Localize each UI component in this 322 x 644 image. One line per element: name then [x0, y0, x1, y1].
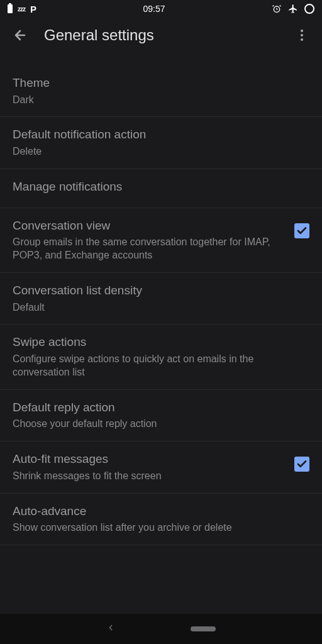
dot-icon [301, 34, 303, 36]
nav-back-button[interactable] [106, 623, 115, 635]
setting-auto-fit-messages[interactable]: Auto-fit messages Shrink messages to fit… [0, 441, 322, 493]
status-right [272, 4, 314, 14]
alarm-icon [272, 4, 282, 14]
setting-conversation-list-density[interactable]: Conversation list density Default [0, 273, 322, 325]
checkbox-checked-icon[interactable] [294, 223, 309, 238]
setting-swipe-actions[interactable]: Swipe actions Configure swipe actions to… [0, 325, 322, 389]
dot-icon [301, 30, 303, 32]
setting-title: Auto-advance [13, 504, 309, 519]
setting-auto-advance[interactable]: Auto-advance Show conversation list afte… [0, 494, 322, 545]
nav-home-pill[interactable] [191, 626, 216, 631]
navigation-bar [0, 614, 322, 644]
setting-title: Theme [13, 75, 309, 91]
back-button[interactable] [8, 23, 33, 48]
setting-default-notification-action[interactable]: Default notification action Delete [0, 117, 322, 169]
setting-conversation-view[interactable]: Conversation view Group emails in the sa… [0, 208, 322, 273]
setting-subtitle: Configure swipe actions to quickly act o… [13, 353, 309, 379]
setting-title: Auto-fit messages [13, 452, 284, 467]
dot-icon [301, 38, 303, 41]
setting-subtitle: Group emails in the same conversation to… [13, 236, 284, 262]
p-icon: P [30, 4, 36, 14]
settings-list: Theme Dark Default notification action D… [0, 53, 322, 545]
circle-icon [304, 4, 314, 14]
setting-subtitle: Delete [13, 145, 309, 158]
airplane-icon [288, 4, 298, 14]
setting-title: Default notification action [13, 127, 309, 143]
setting-manage-notifications[interactable]: Manage notifications [0, 169, 322, 208]
setting-subtitle: Shrink messages to fit the screen [13, 470, 284, 483]
setting-theme[interactable]: Theme Dark [0, 65, 322, 117]
status-left: zzz P [8, 4, 36, 14]
checkbox-checked-icon[interactable] [294, 457, 309, 472]
setting-title: Conversation list density [13, 283, 309, 299]
setting-title: Manage notifications [13, 179, 309, 195]
overflow-menu-button[interactable] [289, 23, 314, 48]
setting-subtitle: Choose your default reply action [13, 418, 309, 431]
setting-title: Default reply action [13, 400, 309, 416]
setting-title: Conversation view [13, 218, 284, 234]
status-clock: 09:57 [143, 4, 165, 14]
setting-default-reply-action[interactable]: Default reply action Choose your default… [0, 390, 322, 441]
status-bar: zzz P 09:57 [0, 0, 322, 18]
setting-subtitle: Show conversation list after you archive… [13, 521, 309, 535]
setting-title: Swipe actions [13, 335, 309, 350]
battery-icon [8, 4, 13, 13]
setting-subtitle: Dark [13, 94, 309, 107]
dnd-icon: zzz [18, 6, 25, 13]
app-bar: General settings [0, 18, 322, 53]
setting-subtitle: Default [13, 301, 309, 314]
page-title: General settings [44, 26, 289, 44]
